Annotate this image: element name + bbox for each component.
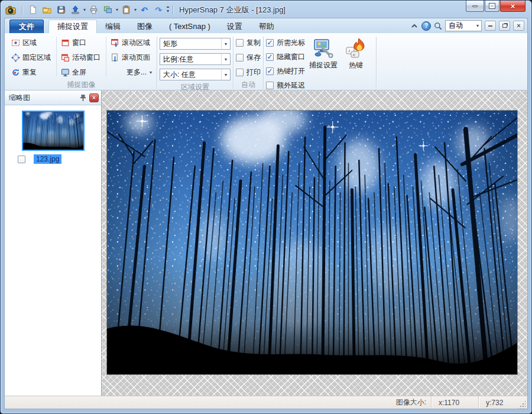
capture-repeat-button[interactable]: 重复: [8, 65, 55, 80]
thumbnail-checkbox[interactable]: [18, 156, 25, 163]
checkbox[interactable]: [236, 54, 244, 62]
shape-select[interactable]: 矩形 ▾: [160, 38, 231, 50]
minimize-button[interactable]: [466, 1, 484, 12]
tab-settings[interactable]: 设置: [219, 20, 251, 33]
capture-upload-icon[interactable]: [69, 4, 82, 16]
resize-grip[interactable]: [517, 400, 525, 409]
capture-fixed-region-button[interactable]: 固定区域: [8, 50, 55, 65]
include-cursor-checkbox[interactable]: 所需光标: [266, 35, 305, 50]
panel-close-icon[interactable]: ×: [89, 93, 99, 102]
doc-close-button[interactable]: ×: [513, 21, 524, 31]
capture-more-button[interactable]: 更多... ▾: [108, 65, 154, 80]
checkbox[interactable]: [266, 82, 274, 89]
group-separator: [263, 37, 264, 89]
auto-group: 复制 保存 打印 自动: [236, 35, 261, 90]
pin-icon[interactable]: [78, 93, 87, 102]
capture-window-button[interactable]: 窗口: [58, 35, 105, 50]
open-folder-icon[interactable]: [40, 4, 53, 16]
redo-icon[interactable]: ↷: [152, 4, 165, 16]
chevron-down-icon: ▾: [221, 38, 230, 49]
print-icon[interactable]: [87, 4, 100, 16]
auto-copy-checkbox[interactable]: 复制: [236, 35, 261, 50]
zoom-mode-value: 自动: [449, 21, 463, 31]
scroll-region-capture-icon: [111, 38, 119, 47]
hotkey-open-checkbox[interactable]: 热键打开: [266, 64, 305, 78]
repeat-capture-icon: [11, 68, 20, 77]
checkbox-label: 保存: [246, 53, 261, 63]
maximize-button[interactable]: [485, 1, 499, 12]
active-window-capture-icon: [61, 53, 70, 62]
help-icon[interactable]: ?: [421, 21, 431, 31]
group-label: 捕捉图像: [8, 80, 154, 92]
thumbnail-image[interactable]: [22, 111, 85, 151]
capture-active-window-button[interactable]: 活动窗口: [58, 50, 105, 65]
svg-text:K: K: [353, 53, 355, 57]
tab-textsnap[interactable]: ( TextSnap ): [161, 20, 219, 33]
capture-region-button[interactable]: 区域: [8, 35, 55, 50]
fullscreen-capture-icon: [61, 68, 70, 77]
fixed-region-icon: [11, 53, 20, 62]
panel-title: 缩略图: [9, 93, 78, 103]
column-separator: [106, 37, 106, 76]
select-value: 比例:任意: [163, 54, 193, 64]
copy-dropdown-arrow[interactable]: ▾: [116, 7, 118, 12]
button-label: 区域: [22, 38, 37, 48]
checkbox-label: 打印: [246, 67, 261, 77]
thumbnail-filename[interactable]: 123.jpg: [34, 154, 61, 164]
doc-restore-button[interactable]: [499, 21, 510, 31]
capture-fullscreen-button[interactable]: 全屏: [58, 65, 105, 80]
copy-images-icon[interactable]: [101, 4, 114, 16]
hypersnap-window: ▾ ▾ ▾ ↶ ↷ ▾ HyperSnap 7 企业版 - [123.jpg] …: [0, 0, 532, 414]
open-image[interactable]: [107, 111, 517, 374]
auto-print-checkbox[interactable]: 打印: [236, 65, 261, 80]
upload-dropdown-arrow[interactable]: ▾: [83, 7, 86, 12]
button-label: 滚动区域: [122, 38, 150, 48]
checkbox[interactable]: [266, 53, 274, 61]
tab-capture-settings[interactable]: 捕捉设置: [48, 20, 97, 33]
checkbox-label: 所需光标: [277, 38, 305, 48]
paste-dropdown-arrow[interactable]: ▾: [134, 7, 137, 12]
close-button[interactable]: ×: [500, 1, 525, 12]
qat-customize-expander[interactable]: ▾: [167, 7, 169, 14]
zoom-mode-select[interactable]: 自动 ▾: [445, 20, 482, 31]
collapse-ribbon-icon[interactable]: [410, 22, 419, 30]
doc-minimize-button[interactable]: [485, 21, 496, 31]
toolbar-separator: [22, 5, 22, 15]
capture-scroll-page-button[interactable]: 滚动页面: [108, 50, 154, 65]
app-icon[interactable]: [5, 5, 17, 15]
paste-icon[interactable]: [119, 4, 132, 16]
thumbnail-file-row: 123.jpg: [5, 154, 101, 164]
tab-image[interactable]: 图像: [129, 20, 161, 33]
size-select[interactable]: 大小: 任意 ▾: [160, 69, 231, 80]
svg-text:J: J: [348, 49, 350, 53]
ratio-select[interactable]: 比例:任意 ▾: [160, 53, 231, 65]
checkbox[interactable]: [236, 69, 244, 76]
button-label: 全屏: [72, 67, 86, 77]
checkbox-label: 复制: [246, 38, 261, 48]
capture-options-group: 所需光标 隐藏窗口 热键打开 额外延迟: [266, 35, 305, 90]
chevron-down-icon: ▾: [476, 23, 479, 28]
capture-scroll-region-button[interactable]: 滚动区域: [108, 35, 154, 50]
hotkey-button[interactable]: J K 热键: [342, 35, 370, 90]
undo-icon[interactable]: ↶: [138, 4, 151, 16]
tab-edit[interactable]: 编辑: [97, 20, 129, 33]
main-body: 缩略图 × 123.jpg: [4, 90, 528, 396]
window-capture-icon: [61, 38, 70, 47]
checkbox-label: 额外延迟: [277, 80, 305, 90]
image-canvas[interactable]: [102, 90, 527, 396]
group-separator: [376, 37, 377, 89]
image-height-value: y:732: [478, 396, 516, 409]
tab-file[interactable]: 文件: [9, 20, 44, 33]
zoom-magnifier-icon[interactable]: [434, 22, 442, 30]
save-icon[interactable]: [54, 4, 67, 16]
capture-settings-button[interactable]: 捕捉设置: [305, 35, 342, 90]
select-value: 大小: 任意: [163, 70, 196, 80]
checkbox[interactable]: [266, 67, 274, 75]
checkbox[interactable]: [266, 39, 274, 47]
tab-help[interactable]: 帮助: [251, 20, 283, 33]
checkbox[interactable]: [236, 39, 244, 47]
checkbox-label: 热键打开: [277, 66, 305, 76]
auto-save-checkbox[interactable]: 保存: [236, 50, 261, 65]
hide-window-checkbox[interactable]: 隐藏窗口: [266, 50, 305, 64]
new-file-icon[interactable]: [26, 4, 39, 16]
